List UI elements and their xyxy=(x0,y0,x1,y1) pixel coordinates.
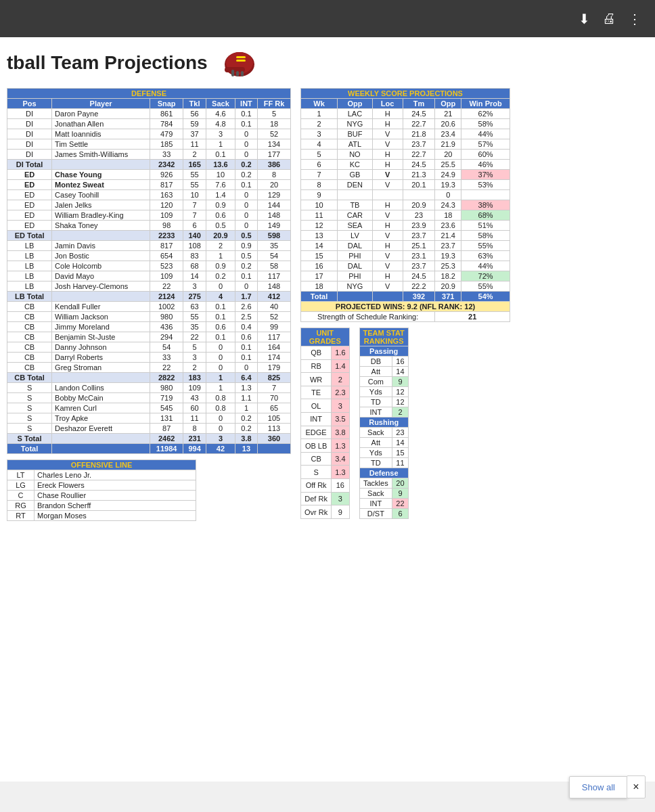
wk-cell: 16 xyxy=(301,261,338,271)
wk-cell: 2 xyxy=(301,119,338,129)
show-all-button[interactable]: Show all xyxy=(569,776,628,782)
def-snap: 131 xyxy=(150,413,183,424)
def-player: Jimmy Moreland xyxy=(52,322,150,332)
download-icon[interactable]: ⬇ xyxy=(579,11,590,27)
wk-cell: 8 xyxy=(301,180,338,190)
win-prob-cell: 55% xyxy=(461,241,510,251)
def-snap: 22 xyxy=(150,281,183,292)
def-ffrk xyxy=(258,444,291,454)
def-ffrk: 148 xyxy=(258,281,291,292)
page-content: tball Team Projections DEFENSE Pos xyxy=(0,37,655,782)
def-pos: S Total xyxy=(7,434,52,444)
unit-name: OL xyxy=(301,399,332,413)
stat-name: TD xyxy=(359,397,392,407)
def-int: 0.1 xyxy=(235,119,257,129)
def-pos: CB xyxy=(7,342,52,353)
def-sack: 0.9 xyxy=(206,200,235,210)
def-snap: 2342 xyxy=(150,160,183,170)
stat-rank: 9 xyxy=(392,377,409,387)
def-tkl: 55 xyxy=(183,180,206,190)
tm-cell: 22.7 xyxy=(403,119,435,129)
def-pos: S xyxy=(7,383,52,393)
opp-cell: GB xyxy=(338,170,373,180)
unit-name: QB xyxy=(301,346,332,360)
wk-cell: 3 xyxy=(301,129,338,139)
def-int: 0.2 xyxy=(235,261,257,271)
weekly-projections-table: WEEKLY SCORE PROJECTIONS Wk Opp Loc Tm O… xyxy=(300,88,510,322)
wk-cell: 13 xyxy=(301,231,338,241)
def-ffrk: 105 xyxy=(258,413,291,424)
opp-score-cell: 25.5 xyxy=(435,160,461,170)
more-icon[interactable]: ⋮ xyxy=(628,11,641,27)
stat-rank: 2 xyxy=(392,407,409,418)
def-pos: CB xyxy=(7,312,52,322)
def-tkl: 55 xyxy=(183,312,206,322)
def-int: 1.1 xyxy=(235,393,257,403)
def-int: 0 xyxy=(235,221,257,231)
stat-group-header: Rushing xyxy=(359,418,408,428)
stat-name: INT xyxy=(359,499,392,509)
def-int: 0 xyxy=(235,200,257,210)
col-tkl: Tkl xyxy=(183,99,206,109)
ol-pos: LT xyxy=(7,470,35,480)
def-sack: 3 xyxy=(206,434,235,444)
def-player: Jalen Jelks xyxy=(52,200,150,210)
helmet-icon xyxy=(221,44,258,81)
def-snap: 861 xyxy=(150,109,183,119)
wk-col: Wk xyxy=(301,99,338,109)
close-button[interactable]: × xyxy=(627,775,646,782)
def-pos: S xyxy=(7,413,52,424)
stat-name: Yds xyxy=(359,387,392,397)
wk-cell: 7 xyxy=(301,170,338,180)
def-pos: LB Total xyxy=(7,292,52,302)
def-player: Kendall Fuller xyxy=(52,302,150,312)
def-sack: 1 xyxy=(206,251,235,261)
def-pos: CB xyxy=(7,353,52,363)
def-pos: DI Total xyxy=(7,160,52,170)
opp-cell: PHI xyxy=(338,251,373,261)
opp-cell: KC xyxy=(338,160,373,170)
def-player: Jonathan Allen xyxy=(52,119,150,129)
def-int: 0.1 xyxy=(235,109,257,119)
col-snap: Snap xyxy=(150,99,183,109)
col-int: INT xyxy=(235,99,257,109)
def-ffrk: 412 xyxy=(258,292,291,302)
def-snap: 33 xyxy=(150,150,183,160)
opp-cell: NYG xyxy=(338,281,373,292)
stat-rank: 23 xyxy=(392,428,409,438)
def-tkl: 68 xyxy=(183,261,206,271)
def-player xyxy=(52,444,150,454)
def-ffrk: 386 xyxy=(258,160,291,170)
def-sack: 0.8 xyxy=(206,393,235,403)
def-int: 0.1 xyxy=(235,271,257,281)
opp-score-cell: 21 xyxy=(435,109,461,119)
tm-cell: 392 xyxy=(403,292,435,302)
opp-cell: LAC xyxy=(338,109,373,119)
win-prob-cell: 62% xyxy=(461,109,510,119)
def-snap: 120 xyxy=(150,200,183,210)
def-snap: 2822 xyxy=(150,373,183,383)
def-sack: 7.6 xyxy=(206,180,235,190)
unit-grades-table: UNITGRADES QB 1.6 RB 1.4 WR 2 TE 2.3 OL … xyxy=(300,328,350,519)
def-snap: 436 xyxy=(150,322,183,332)
def-sack: 4.8 xyxy=(206,119,235,129)
def-ffrk: 7 xyxy=(258,383,291,393)
opp-score-cell: 23.6 xyxy=(435,221,461,231)
def-tkl: 231 xyxy=(183,434,206,444)
wk-cell: 6 xyxy=(301,160,338,170)
def-sack: 10 xyxy=(206,170,235,180)
def-sack: 42 xyxy=(206,444,235,454)
tm-cell: 25.1 xyxy=(403,241,435,251)
svg-rect-7 xyxy=(241,71,244,76)
right-section: WEEKLY SCORE PROJECTIONS Wk Opp Loc Tm O… xyxy=(300,88,510,519)
print-icon[interactable]: 🖨 xyxy=(602,11,616,26)
def-sack: 1 xyxy=(206,373,235,383)
opp-score-cell: 24.3 xyxy=(435,200,461,210)
def-pos: CB xyxy=(7,363,52,373)
def-ffrk: 99 xyxy=(258,322,291,332)
opp-cell: LV xyxy=(338,231,373,241)
def-pos: LB xyxy=(7,271,52,281)
defense-section-header: DEFENSE xyxy=(7,89,291,99)
def-sack: 0 xyxy=(206,424,235,434)
def-player: William Jackson xyxy=(52,312,150,322)
